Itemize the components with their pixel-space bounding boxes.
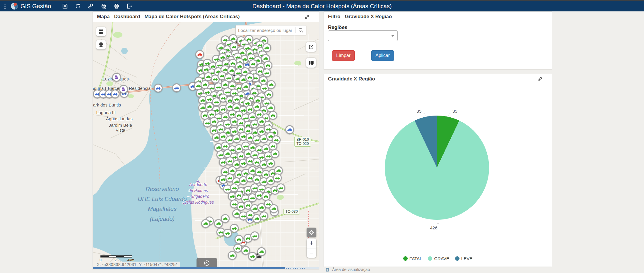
legend-label: GRAVE	[434, 256, 449, 261]
map-panel-configure-wrench-icon[interactable]	[305, 14, 310, 19]
search-icon[interactable]	[295, 28, 306, 33]
map-marker-accident-leve[interactable]	[228, 251, 237, 260]
map-place-label: Park dos Buritis	[93, 102, 121, 107]
map-marker-accident-leve[interactable]	[267, 80, 276, 89]
save-icon[interactable]	[61, 2, 69, 10]
pie-label-leader	[437, 220, 439, 224]
topbar-actions	[61, 2, 133, 10]
map-marker-accident-leve[interactable]	[269, 111, 277, 120]
legend-item-GRAVE[interactable]: GRAVE	[428, 256, 449, 261]
map-place-label: Jardim BelaVista	[109, 123, 132, 133]
pie-value-label: 35	[416, 109, 421, 114]
map-marker-accident-leve[interactable]	[257, 247, 266, 256]
map-panel: Mapa - Dashboard - Mapa de Calor Hotspot…	[93, 11, 319, 269]
filter-panel: Filtro - Gravidade X Região Regiões Limp…	[324, 11, 552, 70]
legend-map-button[interactable]	[306, 58, 316, 68]
zoom-in-button[interactable]: +	[307, 238, 316, 248]
scrollbar-thumb-end	[285, 268, 305, 269]
app-title: GIS Gestão	[21, 3, 51, 10]
map-marker-accident-leve[interactable]	[248, 252, 257, 261]
map-marker-accident-leve[interactable]	[214, 219, 223, 228]
map-marker-accident-vehicle[interactable]	[172, 83, 181, 92]
map-place-label: Águas Lindas	[106, 116, 133, 121]
clear-button[interactable]: Limpar	[332, 50, 355, 61]
application-window: Dashboard - Mapa de Calor Hotspots (Área…	[0, 0, 644, 273]
map-marker-accident-vehicle[interactable]	[111, 90, 119, 98]
pie-label-leader	[449, 113, 451, 116]
pie-chart: 3542635	[324, 84, 552, 254]
legend-label: LEVE	[461, 256, 472, 261]
attribution-expand-button[interactable]	[197, 258, 217, 267]
pie-value-label: 35	[452, 109, 457, 114]
viewport-footer-label: Área de visualização	[332, 267, 370, 272]
basemap-gallery-button[interactable]	[96, 27, 106, 36]
map-marker-accident-leve[interactable]	[233, 244, 242, 253]
settings-wrench-icon[interactable]	[87, 2, 95, 10]
topbar-brand: GIS Gestão	[0, 2, 51, 10]
edit-tools-button[interactable]	[306, 42, 316, 52]
chart-panel-title: Gravidade X Região	[328, 76, 375, 82]
map-marker-accident-vehicle[interactable]	[285, 125, 294, 134]
map-panel-title: Mapa - Dashboard - Mapa de Calor Hotspot…	[97, 14, 240, 20]
pie-label-leader	[423, 113, 425, 116]
chart-panel-header: Gravidade X Região	[324, 74, 552, 84]
legend-item-LEVE[interactable]: LEVE	[455, 256, 472, 261]
search-input[interactable]	[236, 28, 295, 33]
map-marker-accident-leve[interactable]	[266, 159, 275, 168]
chevron-down-icon	[391, 35, 394, 37]
filter-panel-header: Filtro - Gravidade X Região	[324, 12, 552, 22]
map-search-box	[235, 25, 306, 35]
map-place-label: ReservatórioUHE Luís EduardoMagalhães(La…	[138, 184, 187, 224]
chart-legend: FATALGRAVELEVE	[324, 256, 552, 261]
layers-button[interactable]	[96, 40, 106, 49]
zoom-out-button[interactable]: −	[307, 248, 316, 258]
refresh-icon[interactable]	[74, 2, 82, 10]
legend-label: FATAL	[409, 256, 422, 261]
zoom-controls: + −	[307, 238, 316, 258]
geolocate-button[interactable]	[307, 228, 316, 237]
map-marker-accident-leve[interactable]	[259, 212, 268, 220]
map-marker-accident-leve[interactable]	[245, 73, 254, 82]
legend-dot	[403, 256, 408, 261]
legend-item-FATAL[interactable]: FATAL	[403, 256, 422, 261]
window-edge	[0, 0, 644, 1]
trash-icon[interactable]	[325, 267, 330, 272]
map-marker-accident-vehicle[interactable]	[154, 84, 163, 92]
road-shield: BR-010TO-020	[294, 137, 311, 147]
basemap	[93, 22, 319, 267]
regions-select[interactable]	[328, 30, 398, 41]
top-navigation-bar: Dashboard - Mapa de Calor Hotspots (Área…	[0, 1, 644, 11]
legend-dot	[455, 256, 459, 261]
map-marker-building[interactable]	[119, 85, 128, 94]
legend-dot	[428, 256, 432, 261]
viewport-footer: Área de visualização	[325, 267, 370, 272]
map-place-label: Laguna III	[96, 110, 116, 115]
print-icon[interactable]	[113, 2, 120, 10]
map-panel-header: Mapa - Dashboard - Mapa de Calor Hotspot…	[93, 12, 319, 22]
apply-button[interactable]: Aplicar	[371, 50, 394, 61]
filter-panel-title: Filtro - Gravidade X Região	[328, 14, 392, 20]
logout-icon[interactable]	[126, 2, 133, 10]
pie-value-label: 426	[430, 225, 437, 230]
map-place-label: Aeroportode Palmas– BrigadeiroLysias Rod…	[182, 182, 214, 205]
horizontal-scrollbar[interactable]	[93, 267, 319, 269]
chart-panel-configure-wrench-icon[interactable]	[537, 77, 542, 82]
map-marker-accident-leve[interactable]	[271, 149, 279, 158]
map-marker-accident-leve[interactable]	[235, 235, 243, 244]
map-marker-accident-leve[interactable]	[250, 231, 259, 240]
chevron-up-circle-icon	[204, 260, 210, 266]
road-shield: TO-030	[283, 209, 300, 214]
map-scale-bar: 0 2 4km	[100, 255, 132, 262]
app-logo-icon	[11, 2, 18, 10]
scrollbar-thumb[interactable]	[93, 267, 285, 269]
chart-panel: Gravidade X Região 3542635 FATALGRAVELEV…	[324, 74, 552, 267]
regions-label: Regiões	[328, 25, 347, 30]
drag-handle-icon[interactable]	[1, 2, 9, 10]
map-marker-accident-leve[interactable]	[276, 183, 285, 192]
coordinates-readout: X: -5380838.942031, Y: -1150471.248251	[95, 262, 180, 267]
print-settings-icon[interactable]	[100, 2, 107, 10]
map-canvas[interactable]: LuzimanguesLaguna IBarcelona Residencial…	[93, 22, 319, 267]
